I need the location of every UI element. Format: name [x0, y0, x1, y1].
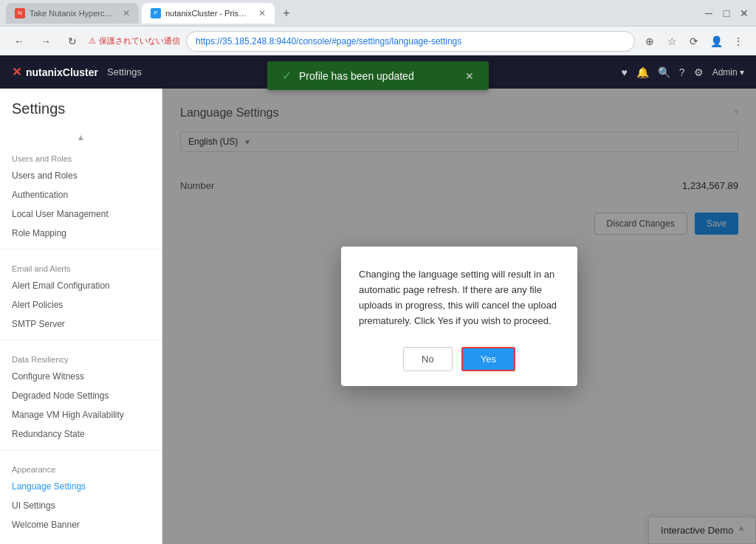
sidebar-item-degraded-node[interactable]: Degraded Node Settings — [0, 386, 162, 405]
section-data-resiliency-label: Data Resiliency — [0, 346, 162, 367]
checkmark-icon: ✓ — [282, 69, 292, 83]
notification-message: Profile has been updated — [299, 70, 414, 82]
search-icon[interactable]: 🔍 — [658, 66, 670, 78]
close-button[interactable]: ✕ — [738, 7, 750, 19]
yes-button[interactable]: Yes — [461, 347, 515, 371]
scroll-indicator: ▲ — [0, 129, 162, 145]
sidebar-item-authentication[interactable]: Authentication — [0, 185, 162, 204]
extensions-icon[interactable]: ⊕ — [641, 32, 659, 50]
brand: ✕ nutanixCluster — [12, 65, 98, 79]
admin-label[interactable]: Admin ▾ — [712, 67, 744, 78]
section-email-alerts-label: Email and Alerts — [0, 255, 162, 276]
sidebar-item-manage-vm-ha[interactable]: Manage VM High Availability — [0, 405, 162, 424]
tab2-label: nutanixCluster - Prism Element — [165, 9, 251, 18]
sidebar-item-language-settings[interactable]: Language Settings — [0, 477, 162, 496]
confirm-dialog: Changing the language setting will resul… — [341, 247, 577, 385]
warning-icon: ⚠ — [89, 36, 96, 46]
sidebar-item-ui-settings[interactable]: UI Settings — [0, 496, 162, 515]
section-appearance-label: Appearance — [0, 456, 162, 477]
refresh-page-icon[interactable]: ⟳ — [685, 32, 703, 50]
sidebar-item-alert-email[interactable]: Alert Email Configuration — [0, 276, 162, 295]
tab2-favicon: P — [151, 8, 161, 18]
back-button[interactable]: ← — [9, 31, 30, 52]
scroll-up-icon: ▲ — [77, 132, 86, 142]
main-content: Language Settings ? English (US) ▼ Numbe… — [162, 89, 756, 544]
notification-banner: ✓ Profile has been updated ✕ — [267, 61, 489, 90]
tab2-close[interactable]: ✕ — [258, 8, 266, 18]
sidebar-item-redundancy-state[interactable]: Redundancy State — [0, 424, 162, 444]
sidebar-item-configure-witness[interactable]: Configure Witness — [0, 367, 162, 386]
profile-icon[interactable]: 👤 — [707, 32, 725, 50]
brand-x-icon: ✕ — [12, 65, 21, 79]
forward-button[interactable]: → — [35, 31, 56, 52]
section-users-roles-label: Users and Roles — [0, 145, 162, 166]
bookmark-icon[interactable]: ☆ — [663, 32, 681, 50]
address-bar[interactable]: https://35.185.248.8:9440/console/#page/… — [186, 31, 635, 52]
tab1-favicon: N — [15, 8, 25, 18]
no-button[interactable]: No — [403, 347, 453, 371]
gear-icon[interactable]: ⚙ — [694, 66, 704, 78]
nav-right-icons: ⊕ ☆ ⟳ 👤 ⋮ — [641, 32, 747, 50]
help-icon[interactable]: ? — [679, 66, 685, 78]
app-content: ✕ nutanixCluster Settings ♥ 🔔 🔍 ? ⚙ Admi… — [0, 55, 756, 544]
settings-container: Settings ▲ Users and Roles Users and Rol… — [0, 89, 756, 544]
sidebar: Settings ▲ Users and Roles Users and Rol… — [0, 89, 162, 544]
divider-1 — [0, 249, 162, 249]
settings-menu-item[interactable]: Settings — [98, 66, 151, 78]
settings-title: Settings — [0, 100, 162, 129]
sidebar-item-role-mapping[interactable]: Role Mapping — [0, 224, 162, 243]
tab1-label: Take Nutanix Hyperconverged In... — [30, 9, 115, 18]
new-tab-button[interactable]: + — [278, 4, 295, 22]
security-warning: ⚠ 保護されていない通信 — [89, 35, 180, 47]
brand-name: nutanixCluster — [26, 66, 98, 78]
browser-chrome: N Take Nutanix Hyperconverged In... ✕ P … — [0, 0, 756, 55]
heart-icon[interactable]: ♥ — [622, 66, 628, 78]
minimize-button[interactable]: ─ — [703, 7, 715, 19]
menu-icon[interactable]: ⋮ — [729, 32, 747, 50]
sidebar-item-smtp-server[interactable]: SMTP Server — [0, 314, 162, 334]
tab-2[interactable]: P nutanixCluster - Prism Element ✕ — [142, 3, 275, 24]
window-controls: ─ □ ✕ — [703, 7, 750, 19]
refresh-button[interactable]: ↻ — [62, 31, 83, 52]
confirm-dialog-buttons: No Yes — [359, 347, 560, 371]
confirm-dialog-message: Changing the language setting will resul… — [359, 267, 560, 328]
sidebar-item-welcome-banner[interactable]: Welcome Banner — [0, 515, 162, 534]
maximize-button[interactable]: □ — [721, 7, 732, 19]
nav-bar: ← → ↻ ⚠ 保護されていない通信 https://35.185.248.8:… — [0, 26, 756, 55]
sidebar-item-local-user-mgmt[interactable]: Local User Management — [0, 204, 162, 224]
tab1-close[interactable]: ✕ — [123, 8, 130, 18]
modal-overlay: Changing the language setting will resul… — [162, 89, 756, 544]
notification-close-button[interactable]: ✕ — [465, 70, 474, 82]
bell-icon[interactable]: 🔔 — [636, 66, 649, 78]
divider-2 — [0, 340, 162, 340]
sidebar-item-users-roles[interactable]: Users and Roles — [0, 166, 162, 185]
title-bar: N Take Nutanix Hyperconverged In... ✕ P … — [0, 0, 756, 26]
sidebar-item-alert-policies[interactable]: Alert Policies — [0, 295, 162, 314]
tab-1[interactable]: N Take Nutanix Hyperconverged In... ✕ — [6, 3, 139, 24]
divider-3 — [0, 450, 162, 450]
navbar-right: ♥ 🔔 🔍 ? ⚙ Admin ▾ — [622, 66, 744, 78]
